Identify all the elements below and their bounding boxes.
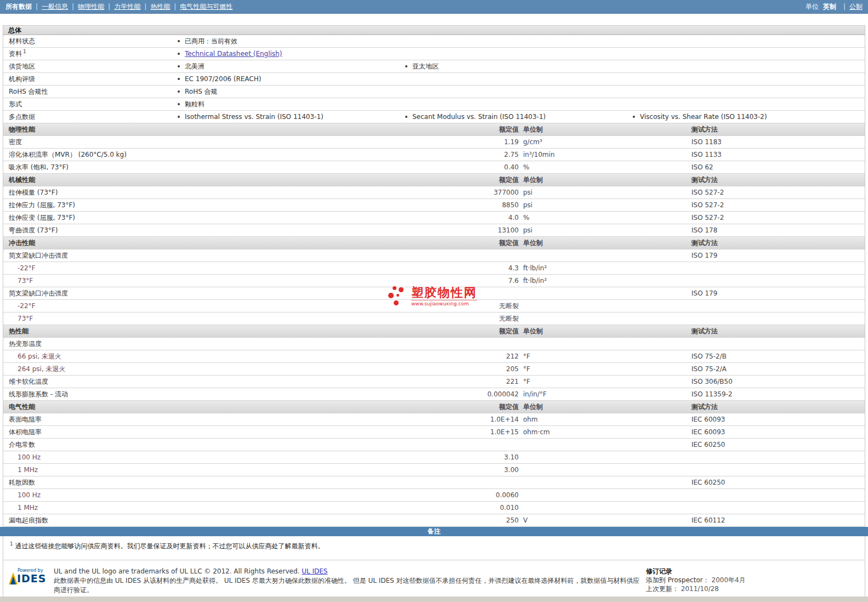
test-method: ISO 527-2 [691,214,865,222]
property-label: -22°F [3,264,467,272]
row-label-text: 形式 [9,100,22,108]
general-row: 多点数据Isothermal Stress vs. Strain (ISO 11… [3,111,865,123]
property-unit: g/cm³ [519,138,691,146]
top-nav-bar: 所有数据|一般信息|物理性能|力学性能|热性能|电气性能与可燃性 单位 英制 |… [0,0,868,14]
nav-separator: | [174,3,176,10]
nav-item-5[interactable]: 电气性能与可燃性 [180,2,232,12]
revision-added-label: 添加到 Prospector： [646,576,710,584]
bullet-cell: Viscosity vs. Shear Rate (ISO 11403-2) [632,113,865,121]
general-row: 材料状态已商用：当前有效 [3,35,865,48]
property-label: -22°F [3,302,467,310]
property-label: 66 psi, 未退火 [3,352,467,361]
property-row: 拉伸模量 (73°F)377000psiISO 527-2 [3,186,865,199]
section-title: 热性能 [3,327,467,336]
property-unit: ohm [519,416,691,423]
bullet-icon [633,116,635,118]
property-label: 弯曲强度 (73°F) [3,226,467,235]
property-row: 耗散因数IEC 60250 [3,476,865,489]
property-row: 吸水率 (饱和, 73°F)0.40%ISO 62 [3,161,865,174]
property-row: 66 psi, 未退火212°FISO 75-2/B [3,350,865,363]
property-value: 250 [467,516,519,524]
property-row: 100 Hz0.0060 [3,489,865,502]
row-label-text: RoHS 合规性 [9,88,48,95]
test-method: ISO 179 [691,252,865,259]
column-header-value: 额定值 [467,327,519,336]
nav-separator: | [36,3,38,10]
column-header-unit: 单位制 [519,175,691,185]
property-row: 100 Hz3.10 [3,451,865,464]
property-label: 拉伸应变 (屈服, 73°F) [3,213,467,223]
bullet-text: 北美洲 [185,62,205,71]
row-label-text: 材料状态 [9,37,35,45]
section-title: 电气性能 [3,402,467,412]
revision-title: 修订记录 [646,567,857,576]
datasheet-link[interactable]: Technical Datasheet (English) [185,50,282,58]
revision-added-value: 2000年4月 [712,576,746,584]
section-header: 机械性能额定值单位制测试方法 [3,174,865,186]
property-value: 212 [467,353,519,360]
property-unit: % [519,163,691,171]
sections: 物理性能额定值单位制测试方法密度1.19g/cm³ISO 1183溶化体积流率（… [3,123,865,527]
bullet-text: Secant Modulus vs. Strain (ISO 11403-1) [412,113,546,121]
property-label: 线形膨胀系数 - 流动 [3,390,467,399]
test-method: ISO 527-2 [691,189,865,196]
column-header-value: 额定值 [467,238,519,248]
property-unit: °F [519,353,691,360]
property-label: 吸水率 (饱和, 73°F) [3,163,467,172]
property-unit: psi [519,226,691,234]
property-label: 264 psi, 未退火 [3,365,467,374]
property-row: 溶化体积流率（MVR） (260°C/5.0 kg)2.75in³/10minI… [3,149,865,161]
ul-ides-link[interactable]: UL IDES [302,567,327,575]
property-value: 0.0060 [467,491,519,499]
column-header-unit: 单位制 [519,238,691,248]
property-row: 简支梁缺口冲击强度ISO 179 [3,287,865,300]
unit-metric-link[interactable]: 公制 [849,2,863,12]
test-method: IEC 60093 [691,416,865,423]
property-row: 体积电阻率1.0E+15ohm·cmIEC 60093 [3,426,865,439]
row-label-text: 多点数据 [9,113,35,121]
revision-added: 添加到 Prospector： 2000年4月 [646,576,857,584]
section-header: 电气性能额定值单位制测试方法 [3,401,865,413]
property-value: 无断裂 [467,302,519,311]
bullet-icon [405,65,407,67]
property-value: 2.75 [467,151,519,158]
test-method: IEC 60112 [691,516,865,524]
property-label: 溶化体积流率（MVR） (260°C/5.0 kg) [3,150,467,160]
bullet-icon [178,65,180,67]
test-method: ISO 11359-2 [691,390,865,398]
property-value: 13100 [467,226,519,234]
property-label: 73°F [3,277,467,285]
property-value: 4.3 [467,264,519,272]
property-value: 8850 [467,201,519,209]
property-row: 73°F7.6ft·lb/in² [3,275,865,287]
units-label: 单位 [805,2,819,12]
row-label-text: 供货地区 [9,63,35,70]
ides-triangle-icon [9,572,18,584]
bullet-text: Isothermal Stress vs. Strain (ISO 11403-… [185,113,324,121]
nav-item-0[interactable]: 所有数据 [5,2,32,12]
bullet-icon [178,103,180,105]
general-row: 机构评级EC 1907/2006 (REACH) [3,73,865,86]
nav-item-3[interactable]: 力学性能 [114,2,140,12]
nav-separator: | [108,3,110,10]
property-row: 漏电起痕指数250VIEC 60112 [3,514,865,527]
row-label: RoHS 合规性 [3,87,177,96]
property-value: 205 [467,365,519,373]
row-label: 材料状态 [3,37,177,46]
nav-item-2[interactable]: 物理性能 [78,2,104,12]
nav-item-1[interactable]: 一般信息 [42,2,68,12]
section-header: 物理性能额定值单位制测试方法 [3,123,865,136]
row-label: 多点数据 [3,112,177,122]
footnote: 1 通过这些链接您能够访问供应商资料。我们尽量保证及时更新资料；不过您可以从供应… [3,536,865,560]
property-label: 100 Hz [3,453,467,461]
property-value: 1.19 [467,138,519,146]
test-method: ISO 75-2/B [691,353,865,360]
property-row: -22°F4.3ft·lb/in² [3,262,865,275]
test-method: ISO 527-2 [691,201,865,209]
row-label: 机构评级 [3,75,177,84]
revision-updated-value: 2011/10/28 [681,585,719,593]
column-header-unit: 单位制 [519,125,691,134]
property-unit: °F [519,365,691,373]
nav-item-4[interactable]: 热性能 [150,2,170,12]
property-label: 表面电阻率 [3,415,467,424]
